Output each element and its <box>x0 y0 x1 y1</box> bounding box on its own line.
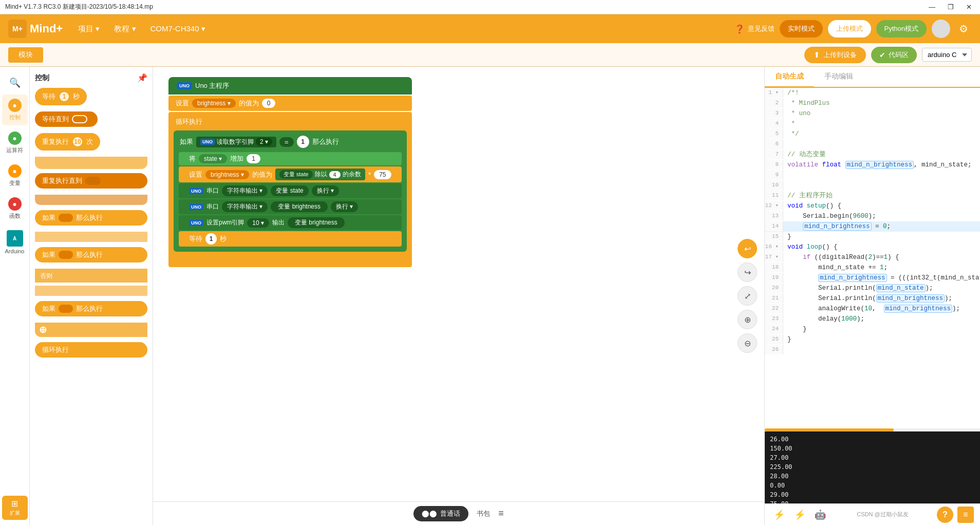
val-1[interactable]: 1 <box>297 136 309 148</box>
if-plus-add[interactable]: ⊕ <box>35 323 147 337</box>
block-if[interactable]: 如果 那么执行 <box>35 210 147 226</box>
menu-com[interactable]: COM7-CH340 ▾ <box>145 21 211 36</box>
sidebar-item-control[interactable]: ● 控制 <box>2 95 28 125</box>
python-mode-btn[interactable]: Python模式 <box>876 20 927 38</box>
code-line-20: 20 Serial.println(mind_n_state); <box>765 283 980 293</box>
pwm-block[interactable]: UNO 设置pwm引脚 10 ▾ 输出 变量 brightness <box>179 215 402 230</box>
code-line-1: 1 ▾ /*! <box>765 88 980 98</box>
sidebar-item-search[interactable]: 🔍 <box>2 73 28 92</box>
serial-type1[interactable]: 字符串输出 ▾ <box>222 185 268 196</box>
settings-icon[interactable]: ⚙ <box>955 21 972 37</box>
set-brightness2-block[interactable]: 设置 brightness ▾ 的值为 变量 state 除以 4 的余数 * <box>179 166 402 182</box>
block-repeat-until-body <box>35 195 147 205</box>
wait-block[interactable]: 等待 1 秒 <box>179 231 402 247</box>
blocks-panel-title: 控制 📌 <box>35 73 147 83</box>
robot-icon[interactable]: 🤖 <box>812 507 828 523</box>
help-button[interactable]: ? <box>937 507 953 523</box>
terminal[interactable]: 26.00 150.00 27.00 225.00 28.00 0.00 29.… <box>765 432 980 503</box>
block-repeat[interactable]: 重复执行 10 次 <box>35 133 100 151</box>
newline1[interactable]: 换行 ▾ <box>312 185 339 196</box>
if-plus-slot <box>59 305 73 313</box>
sidebar-item-operator[interactable]: ● 运算符 <box>2 127 28 158</box>
expand-panel-btn[interactable]: ≡ <box>957 507 974 523</box>
block-if-else[interactable]: 如果 那么执行 <box>35 247 147 262</box>
inc-val[interactable]: 1 <box>247 154 260 163</box>
zoom-out-btn[interactable]: ⊖ <box>738 333 757 353</box>
code-line-19: 19 mind_n_brightness = (((int32_t(mind_n… <box>765 273 980 283</box>
bottom-left-tools: ⚡ ⚡ 🤖 <box>771 507 828 523</box>
pin-icon[interactable]: 📌 <box>137 73 147 83</box>
code-line-8: 8 volatile float mind_n_brightness, mind… <box>765 160 980 170</box>
block-wait[interactable]: 等待 1 秒 <box>35 88 87 105</box>
redo-btn[interactable]: ↪ <box>738 262 757 282</box>
mod-4[interactable]: 4 <box>329 171 341 178</box>
newline2[interactable]: 换行 ▾ <box>331 201 358 212</box>
tab-auto-gen[interactable]: 自动生成 <box>765 67 814 88</box>
terminal-line-1: 26.00 <box>770 435 975 444</box>
window-controls: — ❐ ✕ <box>926 2 975 12</box>
settings-gear[interactable]: ≡ <box>498 508 504 519</box>
value-of-label: 的值为 <box>239 99 259 108</box>
expand-button[interactable]: ⊞ 扩展 <box>2 496 28 520</box>
serial-out2-block[interactable]: UNO 串口 字符串输出 ▾ 变量 brightness 换行 ▾ <box>179 199 402 214</box>
module-tab[interactable]: 模块 <box>8 47 43 63</box>
brightness-dropdown[interactable]: brightness ▾ <box>192 99 236 108</box>
read-digital-block[interactable]: UNO 读取数字引脚 2 ▾ <box>196 137 276 147</box>
brightness-var2-dropdown[interactable]: brightness ▾ <box>205 170 249 179</box>
set-brightness-block[interactable]: 设置 brightness ▾ 的值为 0 <box>168 96 412 111</box>
usb-icon-1[interactable]: ⚡ <box>771 507 787 523</box>
code-line-9: 9 <box>765 170 980 180</box>
code-panel-tabs: 自动生成 手动编辑 <box>765 67 980 88</box>
realtime-mode-btn[interactable]: 实时模式 <box>780 20 823 38</box>
toolbar2-right: ⬆ 上传到设备 ✔ 代码区 arduino C <box>804 47 972 63</box>
add-state-block[interactable]: 将 state ▾ 增加 1 <box>179 152 402 165</box>
pin-2-dropdown[interactable]: 2 ▾ <box>256 138 272 146</box>
maximize-button[interactable]: ❐ <box>945 2 957 12</box>
code-panel: 自动生成 手动编辑 1 ▾ /*! 2 * MindPlus 3 * uno 4… <box>764 67 980 525</box>
zoom-in-btn[interactable]: ⊕ <box>738 310 757 329</box>
device-type-select[interactable]: arduino C <box>922 48 972 62</box>
crop-btn[interactable]: ⤢ <box>738 286 757 306</box>
block-repeat-until[interactable]: 重复执行直到 <box>35 173 147 189</box>
code-area-btn[interactable]: ✔ 代码区 <box>871 47 917 63</box>
menu-tutorial[interactable]: 教程 ▾ <box>109 21 141 37</box>
block-if-plus[interactable]: 如果 那么执行 <box>35 301 147 316</box>
menu-project[interactable]: 项目 ▾ <box>73 21 105 37</box>
upload-mode-btn[interactable]: 上传模式 <box>828 20 871 38</box>
block-loop[interactable]: 循环执行 <box>35 342 147 358</box>
serial-type2[interactable]: 字符串输出 ▾ <box>222 201 268 212</box>
value-0[interactable]: 0 <box>262 99 276 108</box>
pwm-pin-dropdown[interactable]: 10 ▾ <box>247 218 269 228</box>
main-program-block: UNO Uno 主程序 设置 brightness ▾ 的值为 0 循环执行 <box>168 77 412 267</box>
code-bottom-tools: ⚡ ⚡ 🤖 CSDN @过期小鼠友 ? ≡ <box>765 503 980 525</box>
block-wait-until[interactable]: 等待直到 <box>35 111 98 127</box>
code-editor[interactable]: 1 ▾ /*! 2 * MindPlus 3 * uno 4 * 5 */ 6 <box>765 88 980 428</box>
blocks-panel: 控制 📌 等待 1 秒 等待直到 重复执行 10 次 <box>30 67 153 525</box>
close-button[interactable]: ✕ <box>963 2 975 12</box>
state-var-dropdown[interactable]: state ▾ <box>199 154 227 163</box>
wait-val[interactable]: 1 <box>205 233 217 245</box>
brightness-display: 变量 brightness <box>271 201 328 212</box>
minimize-button[interactable]: — <box>926 2 938 12</box>
mode-toggle-btn[interactable]: ⬤⬤ 普通话 <box>413 506 468 521</box>
brightness-output: 变量 brightness <box>288 217 345 228</box>
main-header-block[interactable]: UNO Uno 主程序 <box>168 77 412 95</box>
check-icon: ✔ <box>879 51 885 59</box>
user-avatar[interactable] <box>932 20 950 38</box>
if-condition-block[interactable]: 如果 UNO 读取数字引脚 2 ▾ = 1 那么执行 <box>174 133 407 151</box>
usb-icon-2[interactable]: ⚡ <box>791 507 808 523</box>
code-line-6: 6 <box>765 139 980 149</box>
terminal-line-7: 29.00 <box>770 490 975 499</box>
sidebar-item-variable[interactable]: ● 变量 <box>2 160 28 191</box>
upload-device-btn[interactable]: ⬆ 上传到设备 <box>804 47 866 63</box>
if-body <box>35 232 147 242</box>
repeat-until-slot <box>85 177 101 185</box>
serial-out1-block[interactable]: UNO 串口 字符串输出 ▾ 变量 state 换行 ▾ <box>179 183 402 198</box>
code-line-21: 21 Serial.println(mind_n_brightness); <box>765 293 980 304</box>
sidebar-item-arduino[interactable]: A Arduino <box>2 226 28 258</box>
undo-btn[interactable]: ↩ <box>738 239 757 258</box>
sidebar-item-function[interactable]: ● 函数 <box>2 193 28 224</box>
tab-manual-edit[interactable]: 手动编辑 <box>814 67 863 88</box>
feedback-btn[interactable]: ❓ 意见反馈 <box>734 24 775 34</box>
mul-75[interactable]: 75 <box>374 170 391 179</box>
